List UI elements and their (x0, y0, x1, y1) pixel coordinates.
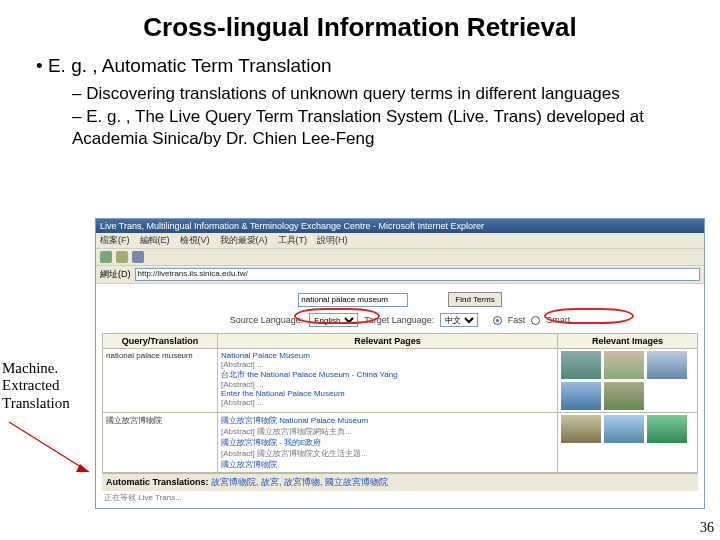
col-images: Relevant Images (558, 334, 698, 349)
auto-items[interactable]: 故宮博物院, 故宮, 故宮博物, 國立故宮博物院 (211, 477, 388, 487)
window-titlebar: Live Trans, Multilingual Information & T… (96, 219, 704, 233)
result-abstract: [Abstract] ... (221, 398, 554, 407)
status-bar: 正在等候 Live Trans... (102, 491, 698, 504)
thumb-icon[interactable] (604, 415, 644, 443)
result-abstract: [Abstract] ... (221, 380, 554, 389)
radio-smart[interactable] (531, 316, 540, 325)
pages-cell: National Palace Museum [Abstract] ... 台北… (218, 349, 558, 413)
bullet-level1: E. g. , Automatic Term Translation (36, 55, 708, 77)
pages-cell: 國立故宮博物院 National Palace Museum [Abstract… (218, 413, 558, 473)
annotation-line: Extracted (2, 377, 70, 394)
thumb-icon[interactable] (561, 351, 601, 379)
images-cell (558, 349, 698, 413)
nav-icon[interactable] (116, 251, 128, 263)
bullet-level2-a: Discovering translations of unknown quer… (72, 83, 688, 104)
thumb-icon[interactable] (604, 351, 644, 379)
result-link[interactable]: 國立故宮博物院 National Palace Museum (221, 415, 554, 426)
result-abstract: [Abstract] 國立故宮博物院文化生活主題... (221, 448, 554, 459)
target-lang-select[interactable]: 中文 (440, 313, 478, 327)
table-row: 國立故宮博物院 國立故宮博物院 National Palace Museum [… (103, 413, 698, 473)
bullet-level2-b: E. g. , The Live Query Term Translation … (72, 106, 688, 149)
query-cell: national palace museum (103, 349, 218, 413)
result-link[interactable]: 台北市 the National Palace Museum - China Y… (221, 369, 554, 380)
hand-circle-icon (544, 308, 634, 324)
thumb-icon[interactable] (647, 415, 687, 443)
result-link[interactable]: 國立故宮博物院 - 我的E政府 (221, 437, 554, 448)
query-input[interactable] (298, 293, 408, 307)
auto-translations: Automatic Translations: 故宮博物院, 故宮, 故宮博物,… (102, 473, 698, 491)
thumb-icon[interactable] (561, 415, 601, 443)
radio-fast-label: Fast (508, 315, 526, 325)
toolbar (96, 249, 704, 266)
find-terms-button[interactable]: Find Terms (448, 292, 501, 307)
result-abstract: [Abstract] ... (221, 360, 554, 369)
page-number: 36 (700, 520, 714, 536)
thumb-icon[interactable] (604, 382, 644, 410)
col-query: Query/Translation (103, 334, 218, 349)
annotation-line: Machine. (2, 360, 70, 377)
result-abstract: [Abstract] 國立故宮博物院網站主頁... (221, 426, 554, 437)
search-row: Find Terms (102, 292, 698, 307)
menu-bar: 檔案(F) 編輯(E) 檢視(V) 我的最愛(A) 工具(T) 說明(H) (96, 233, 704, 249)
auto-label: Automatic Translations: (106, 477, 209, 487)
nav-icon[interactable] (132, 251, 144, 263)
images-cell (558, 413, 698, 473)
menu-item[interactable]: 編輯(E) (140, 234, 170, 247)
annotation-machine-extracted: Machine. Extracted Translation (2, 360, 70, 412)
annotation-line: Translation (2, 395, 70, 412)
browser-window: Live Trans, Multilingual Information & T… (95, 218, 705, 509)
nav-icon[interactable] (100, 251, 112, 263)
results-table: Query/Translation Relevant Pages Relevan… (102, 333, 698, 473)
address-bar: 網址(D) http://livetrans.iis.sinica.edu.tw… (96, 266, 704, 284)
query-cell: 國立故宮博物院 (103, 413, 218, 473)
menu-item[interactable]: 我的最愛(A) (220, 234, 268, 247)
col-pages: Relevant Pages (218, 334, 558, 349)
address-input[interactable]: http://livetrans.iis.sinica.edu.tw/ (135, 268, 701, 281)
menu-item[interactable]: 檔案(F) (100, 234, 130, 247)
result-link[interactable]: 國立故宮博物院 (221, 459, 554, 470)
table-row: national palace museum National Palace M… (103, 349, 698, 413)
thumb-icon[interactable] (647, 351, 687, 379)
result-link[interactable]: Enter the National Palace Museum (221, 389, 554, 398)
source-lang-label: Source Language: (230, 315, 304, 325)
slide-title: Cross-lingual Information Retrieval (12, 12, 708, 43)
radio-fast[interactable] (493, 316, 502, 325)
address-label: 網址(D) (100, 268, 131, 281)
menu-item[interactable]: 檢視(V) (180, 234, 210, 247)
svg-line-0 (9, 422, 89, 472)
result-link[interactable]: National Palace Museum (221, 351, 554, 360)
arrow-icon (4, 420, 94, 480)
menu-item[interactable]: 工具(T) (278, 234, 308, 247)
menu-item[interactable]: 說明(H) (317, 234, 348, 247)
thumb-icon[interactable] (561, 382, 601, 410)
hand-circle-icon (294, 308, 380, 324)
